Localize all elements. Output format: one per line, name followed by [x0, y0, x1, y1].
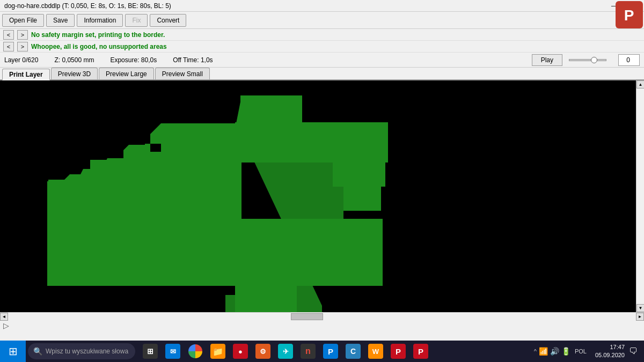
spinner-input[interactable] — [618, 54, 640, 66]
start-button[interactable]: ⊞ — [0, 341, 26, 362]
tray-icons: 📶 🔊 🔋 — [539, 347, 570, 356]
search-bar[interactable]: 🔍 Wpisz tu wyszukiwane słowa — [28, 343, 135, 359]
taskbar-app7[interactable]: ✈ — [275, 341, 296, 362]
window-title: dog-no-hare.cbddlp (T: 0,050, E: 8s, O: … — [4, 2, 171, 10]
app5-icon: ● — [233, 344, 248, 359]
taskbar-app10[interactable]: C — [342, 341, 364, 362]
taskbar-app13[interactable]: P — [410, 341, 431, 362]
open-file-button[interactable]: Open File — [2, 14, 44, 27]
layer-counter: Layer 0/620 — [4, 56, 38, 64]
app9-icon: P — [323, 344, 338, 359]
svg-rect-6 — [240, 95, 302, 125]
tab-preview-large[interactable]: Preview Large — [99, 68, 154, 79]
explorer-icon: 📁 — [210, 344, 225, 359]
information-button[interactable]: Information — [77, 14, 123, 27]
layer-preview-svg — [0, 80, 636, 312]
svg-rect-7 — [235, 122, 388, 162]
convert-button[interactable]: Convert — [150, 14, 186, 27]
next-button-1[interactable]: > — [17, 30, 28, 40]
svg-rect-16 — [342, 238, 383, 264]
taskbar-explorer[interactable]: 📁 — [207, 341, 229, 362]
scroll-right-button[interactable]: ► — [636, 313, 644, 321]
taskbar-app12[interactable]: P — [387, 341, 409, 362]
horizontal-scrollbar[interactable]: ◄ ► — [0, 312, 644, 320]
network-icon: 📶 — [539, 347, 548, 356]
app8-icon: n — [301, 344, 316, 359]
taskbar: ⊞ 🔍 Wpisz tu wyszukiwane słowa ⊞ ✉ 📁 ● ⚙ — [0, 341, 644, 362]
search-icon: 🔍 — [33, 347, 42, 356]
prev-button-1[interactable]: < — [3, 30, 14, 40]
clock-date: 05.09.2020 — [595, 351, 625, 359]
exposure-value: Exposure: 80,0s — [110, 56, 157, 64]
app11-icon: W — [368, 344, 383, 359]
z-value: Z: 0,0500 mm — [54, 56, 94, 64]
search-placeholder: Wpisz tu wyszukiwane słowa — [46, 348, 128, 355]
canvas-area — [0, 80, 636, 312]
taskbar-app8[interactable]: n — [297, 341, 319, 362]
off-time-value: Off Time: 1,0s — [173, 56, 213, 64]
indicator-icon: ▷ — [3, 321, 9, 330]
taskbar-apps: ⊞ ✉ 📁 ● ⚙ ✈ n P — [140, 341, 431, 362]
vertical-scrollbar[interactable]: ▲ ▼ — [636, 80, 644, 312]
title-bar: dog-no-hare.cbddlp (T: 0,050, E: 8s, O: … — [0, 0, 644, 12]
scroll-track-vertical — [636, 88, 644, 304]
indicator-row: ▷ — [0, 320, 644, 331]
clock: 17:47 05.09.2020 — [595, 343, 625, 360]
status-message-2: Whoopee, all is good, no unsupported are… — [31, 43, 167, 50]
tray-lang: POL — [575, 348, 587, 354]
taskbar-app11[interactable]: W — [365, 341, 386, 362]
volume-icon: 🔊 — [550, 347, 559, 356]
chrome-icon — [188, 344, 202, 358]
status-message-1: No safety margin set, printing to the bo… — [31, 31, 165, 39]
app10-icon: C — [346, 344, 361, 359]
svg-text:P: P — [624, 7, 634, 24]
logo: P — [614, 0, 644, 29]
tray-arrow[interactable]: ^ — [534, 348, 537, 354]
taskbar-app9[interactable]: P — [320, 341, 341, 362]
notification-button[interactable]: 🗨 — [627, 345, 640, 358]
tabs-bar: Print Layer Preview 3D Preview Large Pre… — [0, 68, 644, 80]
svg-rect-9 — [343, 184, 381, 211]
taskbar-chrome[interactable] — [185, 341, 206, 362]
svg-rect-15 — [321, 262, 383, 286]
mail-icon: ✉ — [165, 344, 180, 359]
prev-button-2[interactable]: < — [3, 42, 14, 51]
scroll-track-horizontal — [8, 313, 636, 320]
clock-time: 17:47 — [595, 343, 625, 351]
taskbar-app6[interactable]: ⚙ — [252, 341, 274, 362]
tab-print-layer[interactable]: Print Layer — [2, 69, 50, 80]
svg-rect-19 — [90, 160, 120, 184]
svg-rect-17 — [369, 160, 385, 187]
battery-icon: 🔋 — [561, 347, 570, 356]
main-view: ▲ ▼ ◄ ► — [0, 80, 644, 320]
tab-preview-3d[interactable]: Preview 3D — [51, 68, 98, 79]
fix-button[interactable]: Fix — [125, 14, 148, 27]
tab-preview-small[interactable]: Preview Small — [155, 68, 210, 79]
app6-icon: ⚙ — [255, 344, 270, 359]
play-button[interactable]: Play — [532, 54, 562, 66]
scroll-thumb-horizontal[interactable] — [291, 313, 323, 320]
taskbar-mail[interactable]: ✉ — [162, 341, 184, 362]
taskbar-app5[interactable]: ● — [230, 341, 251, 362]
layer-bar: Layer 0/620 Z: 0,0500 mm Exposure: 80,0s… — [0, 53, 644, 68]
svg-rect-18 — [150, 144, 161, 152]
app7-icon: ✈ — [278, 344, 293, 359]
task-view-icon: ⊞ — [143, 344, 158, 359]
taskbar-task-view[interactable]: ⊞ — [140, 341, 161, 362]
status-row-2: < > Whoopee, all is good, no unsupported… — [0, 41, 644, 53]
toolbar: Open File Save Information Fix Convert — [0, 12, 644, 29]
scroll-left-button[interactable]: ◄ — [0, 313, 8, 321]
app13-icon: P — [413, 344, 428, 359]
notification-icon: 🗨 — [629, 346, 638, 356]
svg-rect-14 — [235, 283, 297, 312]
system-tray: ^ 📶 🔊 🔋 POL 17:47 05.09.2020 🗨 — [534, 343, 644, 360]
speed-slider[interactable] — [569, 59, 612, 61]
windows-icon: ⊞ — [9, 345, 18, 358]
scroll-down-button[interactable]: ▼ — [636, 304, 644, 312]
scroll-up-button[interactable]: ▲ — [636, 80, 644, 88]
next-button-2[interactable]: > — [17, 42, 28, 51]
save-button[interactable]: Save — [46, 14, 75, 27]
app12-icon: P — [391, 344, 406, 359]
status-row-1: < > No safety margin set, printing to th… — [0, 29, 644, 41]
